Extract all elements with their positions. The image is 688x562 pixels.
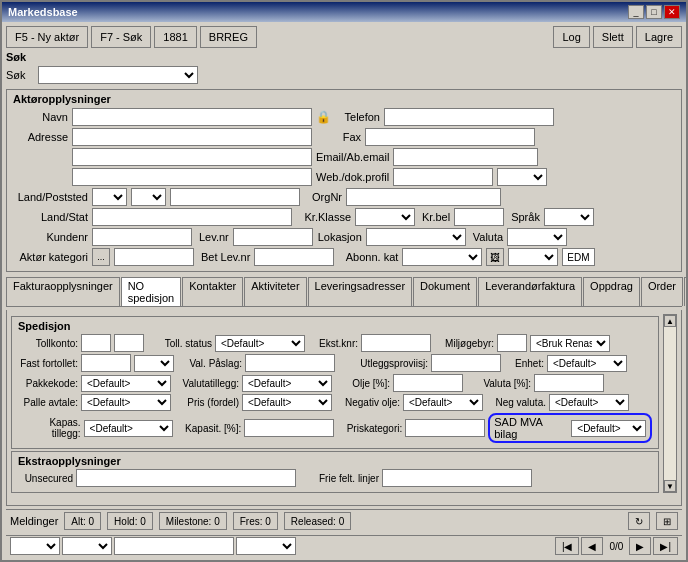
navn-input[interactable] xyxy=(72,108,312,126)
land-stat-input[interactable] xyxy=(92,208,292,226)
brreg-button[interactable]: BRREG xyxy=(200,26,257,48)
alt-button[interactable]: Alt: 0 xyxy=(64,512,101,530)
log-button[interactable]: Log xyxy=(553,26,589,48)
kapasit-pct-input[interactable] xyxy=(244,419,334,437)
sprak-select[interactable] xyxy=(544,208,594,226)
tab-statistikk[interactable]: Statistikk xyxy=(684,277,686,306)
utleggsprov-input[interactable] xyxy=(431,354,501,372)
miljogebyr-input[interactable] xyxy=(497,334,527,352)
kr-klasse-select[interactable] xyxy=(355,208,415,226)
sad-mva-select[interactable]: <Default> xyxy=(571,420,646,437)
palle-avtale-select[interactable]: <Default> xyxy=(81,394,171,411)
grid-button[interactable]: ⊞ xyxy=(656,512,678,530)
tab-no-spedisjon[interactable]: NO spedisjon xyxy=(121,277,181,306)
hold-button[interactable]: Hold: 0 xyxy=(107,512,153,530)
nav-first-button[interactable]: |◀ xyxy=(555,537,580,555)
kapas-tillegg-select[interactable]: <Default> xyxy=(84,420,174,437)
adresse-input[interactable] xyxy=(72,128,312,146)
nav-input[interactable] xyxy=(114,537,234,555)
aktor-kat-browse[interactable]: ... xyxy=(92,248,110,266)
valutatillegg-select[interactable]: <Default> xyxy=(242,375,332,392)
bet-lev-nr-input[interactable] xyxy=(254,248,334,266)
pakkekode-select[interactable]: <Default> xyxy=(81,375,171,392)
fast-fortoll-input[interactable] xyxy=(81,354,131,372)
tab-leverandorfaktura[interactable]: Leverandørfaktura xyxy=(478,277,582,306)
email-input[interactable] xyxy=(393,148,538,166)
poststed-input[interactable] xyxy=(170,188,300,206)
abonn-select2[interactable] xyxy=(508,248,558,266)
lev-nr-input[interactable] xyxy=(233,228,313,246)
lagre-button[interactable]: Lagre xyxy=(636,26,682,48)
search-dropdown[interactable] xyxy=(38,66,198,84)
fax-input[interactable] xyxy=(365,128,535,146)
toll-status-select[interactable]: <Default> xyxy=(215,335,305,352)
ekst-knr-input[interactable] xyxy=(361,334,431,352)
abonn-browse[interactable]: 🖼 xyxy=(486,248,504,266)
spedisjon-title: Spedisjon xyxy=(18,320,652,332)
slett-button[interactable]: Slett xyxy=(593,26,633,48)
tab-oppdrag[interactable]: Oppdrag xyxy=(583,277,640,306)
enhet-select[interactable]: <Default> xyxy=(547,355,627,372)
olje-input[interactable] xyxy=(393,374,463,392)
scroll-up-button[interactable]: ▲ xyxy=(664,315,676,327)
neg-valuta-select[interactable]: <Default> xyxy=(549,394,629,411)
adresse3-input[interactable] xyxy=(72,168,312,186)
olje-label: Olje [%]: xyxy=(335,378,390,389)
tab-order[interactable]: Order xyxy=(641,277,683,306)
tab-fakturaopplysninger[interactable]: Fakturaopplysninger xyxy=(6,277,120,306)
telefon-input[interactable] xyxy=(384,108,554,126)
spedisjon-row3: Pakkekode: <Default> Valutatillegg: <Def… xyxy=(18,374,652,392)
web-dropdown[interactable] xyxy=(497,168,547,186)
web-input[interactable] xyxy=(393,168,493,186)
nav-select3[interactable] xyxy=(236,537,296,555)
nav-next-button[interactable]: ▶ xyxy=(629,537,651,555)
adresse2-input[interactable] xyxy=(72,148,312,166)
f7-button[interactable]: F7 - Søk xyxy=(91,26,151,48)
released-button[interactable]: Released: 0 xyxy=(284,512,351,530)
btn-1881[interactable]: 1881 xyxy=(154,26,196,48)
bruk-renas-select[interactable]: <Bruk Renas xyxy=(530,335,610,352)
tab-dokument[interactable]: Dokument xyxy=(413,277,477,306)
priskategori-input[interactable] xyxy=(405,419,485,437)
search-label: Søk xyxy=(6,69,34,81)
kr-bel-label: Kr.bel xyxy=(422,211,450,223)
nav-last-button[interactable]: ▶| xyxy=(653,537,678,555)
pris-fordel-select[interactable]: <Default> xyxy=(242,394,332,411)
valuta-pct-input[interactable] xyxy=(534,374,604,392)
milestone-button[interactable]: Milestone: 0 xyxy=(159,512,227,530)
web-label: Web./dok.profil xyxy=(316,171,389,183)
tollkonto-input2[interactable] xyxy=(114,334,144,352)
tollkonto-input1[interactable] xyxy=(81,334,111,352)
fast-fortoll-select[interactable] xyxy=(134,355,174,372)
negativ-olje-select[interactable]: <Default> xyxy=(403,394,483,411)
window-title: Markedsbase xyxy=(8,6,78,18)
land-select1[interactable] xyxy=(92,188,127,206)
close-button[interactable]: ✕ xyxy=(664,5,680,19)
orgnr-input[interactable] xyxy=(346,188,501,206)
minimize-button[interactable]: _ xyxy=(628,5,644,19)
poststed-select[interactable] xyxy=(131,188,166,206)
nav-select2[interactable] xyxy=(62,537,112,555)
aktor-kat-input[interactable] xyxy=(114,248,194,266)
adresse-label: Adresse xyxy=(13,131,68,143)
tab-aktiviteter[interactable]: Aktiviteter xyxy=(244,277,306,306)
kundenr-input[interactable] xyxy=(92,228,192,246)
neg-valuta-label: Neg valuta. xyxy=(486,397,546,408)
nav-prev-button[interactable]: ◀ xyxy=(581,537,603,555)
fres-button[interactable]: Fres: 0 xyxy=(233,512,278,530)
abonn-kat-select[interactable] xyxy=(402,248,482,266)
kr-bel-input[interactable] xyxy=(454,208,504,226)
frie-felt-input[interactable] xyxy=(382,469,532,487)
valuta-select[interactable] xyxy=(507,228,567,246)
tab-kontakter[interactable]: Kontakter xyxy=(182,277,243,306)
lokasjon-select[interactable] xyxy=(366,228,466,246)
tab-leveringsadresser[interactable]: Leveringsadresser xyxy=(308,277,413,306)
f5-button[interactable]: F5 - Ny aktør xyxy=(6,26,88,48)
val-paslag-input[interactable] xyxy=(245,354,335,372)
unsecured-input[interactable] xyxy=(76,469,296,487)
top-toolbar: F5 - Ny aktør F7 - Søk 1881 BRREG Log Sl… xyxy=(6,26,682,48)
nav-select1[interactable] xyxy=(10,537,60,555)
scroll-down-button[interactable]: ▼ xyxy=(664,480,676,492)
maximize-button[interactable]: □ xyxy=(646,5,662,19)
refresh-button[interactable]: ↻ xyxy=(628,512,650,530)
